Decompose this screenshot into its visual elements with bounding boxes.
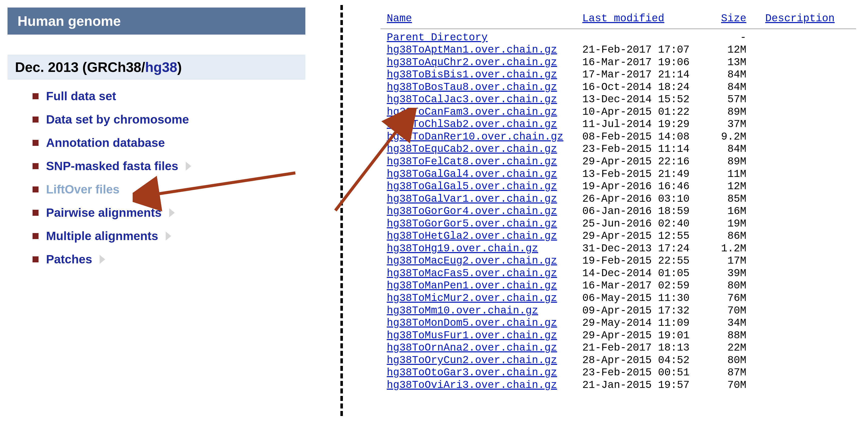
sidebar-item-label[interactable]: Data set by chromosome [46,113,189,126]
sidebar-item-snp-masked-fasta-files[interactable]: SNP-masked fasta files [33,159,305,173]
file-link[interactable]: hg38ToCalJac3.over.chain.gz [387,93,557,106]
file-row: hg38ToOrnAna2.over.chain.gz 21-Feb-2017 … [380,342,856,354]
file-row: hg38ToMusFur1.over.chain.gz 29-Apr-2015 … [380,330,856,342]
sidebar-item-pairwise-alignments[interactable]: Pairwise alignments [33,206,305,220]
file-link[interactable]: hg38ToOviAri3.over.chain.gz [387,379,557,391]
sidebar-item-label[interactable]: LiftOver files [46,183,119,196]
file-row: hg38ToMacEug2.over.chain.gz 19-Feb-2015 … [380,255,856,268]
file-meta: 31-Dec-2013 17:24 1.2M [582,243,746,255]
file-row: hg38ToGorGor4.over.chain.gz 06-Jan-2016 … [380,205,856,218]
file-row: hg38ToHg19.over.chain.gz 31-Dec-2013 17:… [380,243,856,255]
file-meta: 16-Oct-2014 18:24 84M [582,81,746,93]
file-link[interactable]: hg38ToGorGor5.over.chain.gz [387,218,557,230]
sidebar-item-data-set-by-chromosome[interactable]: Data set by chromosome [33,113,305,126]
sidebar-item-liftover-files[interactable]: LiftOver files [33,183,305,196]
file-row: hg38ToMacFas5.over.chain.gz 14-Dec-2014 … [380,268,856,280]
file-meta: 13-Feb-2015 21:49 11M [582,168,746,180]
file-link[interactable]: hg38ToManPen1.over.chain.gz [387,280,557,292]
file-meta: 23-Feb-2015 00:51 87M [582,367,746,378]
file-meta: 08-Feb-2015 14:08 9.2M [582,131,746,143]
col-description[interactable]: Description [765,12,835,25]
col-size[interactable]: Size [721,12,746,25]
file-link[interactable]: hg38ToMm10.over.chain.gz [387,305,538,317]
file-link[interactable]: hg38ToMacFas5.over.chain.gz [387,268,557,279]
sidebar: Human genome Dec. 2013 (GRCh38/hg38) Ful… [7,7,305,276]
file-row: hg38ToOviAri3.over.chain.gz 21-Jan-2015 … [380,379,856,392]
sidebar-item-full-data-set[interactable]: Full data set [33,89,305,103]
file-row: hg38ToGalVar1.over.chain.gz 26-Apr-2016 … [380,193,856,205]
file-row: hg38ToMicMur2.over.chain.gz 06-May-2015 … [380,292,856,305]
bullet-icon [33,256,38,262]
file-link[interactable]: hg38ToAptMan1.over.chain.gz [387,44,557,56]
file-link[interactable]: hg38ToChlSab2.over.chain.gz [387,118,557,130]
col-last-modified[interactable]: Last modified [582,12,664,25]
file-row: hg38ToOtoGar3.over.chain.gz 23-Feb-2015 … [380,367,856,379]
file-row: hg38ToCalJac3.over.chain.gz 13-Dec-2014 … [380,93,856,106]
file-link[interactable]: hg38ToMusFur1.over.chain.gz [387,330,557,342]
file-meta: 06-Jan-2016 18:59 16M [582,205,746,217]
file-link[interactable]: hg38ToBisBis1.over.chain.gz [387,69,557,81]
file-row: hg38ToBosTau8.over.chain.gz 16-Oct-2014 … [380,81,856,94]
sidebar-item-label[interactable]: Multiple alignments [46,229,158,243]
file-link[interactable]: hg38ToMonDom5.over.chain.gz [387,317,557,329]
subheader-prefix: Dec. 2013 (GRCh38/ [15,59,145,75]
section-header: Human genome [7,7,305,35]
file-row: hg38ToGalGal4.over.chain.gz 13-Feb-2015 … [380,168,856,181]
assembly-link[interactable]: hg38 [145,59,177,75]
file-meta: 19-Feb-2015 22:55 17M [582,255,746,267]
file-row: hg38ToEquCab2.over.chain.gz 23-Feb-2015 … [380,143,856,156]
file-link[interactable]: hg38ToBosTau8.over.chain.gz [387,81,557,93]
file-link[interactable]: hg38ToGalGal4.over.chain.gz [387,168,557,180]
sidebar-item-label[interactable]: Pairwise alignments [46,206,162,220]
file-meta: 16-Mar-2017 19:06 13M [582,56,746,68]
bullet-icon [33,163,38,169]
bullet-icon [33,210,38,216]
bullet-icon [33,140,38,146]
sidebar-item-patches[interactable]: Patches [33,252,305,266]
parent-directory-link[interactable]: Parent Directory [387,32,488,44]
sidebar-item-label[interactable]: Full data set [46,89,116,103]
file-meta: 09-Apr-2015 17:32 70M [582,305,746,317]
file-link[interactable]: hg38ToCanFam3.over.chain.gz [387,106,557,118]
file-meta: 19-Apr-2016 16:46 12M [582,180,746,193]
listing-header-row: Name Last modified Size Description [380,12,856,25]
file-meta: 29-May-2014 11:09 34M [582,317,746,329]
file-meta: 17-Mar-2017 21:14 84M [582,69,746,81]
file-link[interactable]: hg38ToEquCab2.over.chain.gz [387,143,557,155]
file-meta: 29-Apr-2015 22:16 89M [582,156,746,168]
file-meta: 21-Jan-2015 19:57 70M [582,379,746,391]
bullet-icon [33,93,38,99]
file-link[interactable]: hg38ToGorGor4.over.chain.gz [387,205,557,217]
directory-listing: Name Last modified Size Description Pare… [380,12,856,391]
sidebar-item-annotation-database[interactable]: Annotation database [33,136,305,149]
file-meta: 21-Feb-2017 18:13 22M [582,342,746,354]
file-row: hg38ToMm10.over.chain.gz 09-Apr-2015 17:… [380,305,856,317]
sidebar-item-label[interactable]: Patches [46,252,92,266]
file-link[interactable]: hg38ToOryCun2.over.chain.gz [387,354,557,366]
file-meta: 13-Dec-2014 15:52 57M [582,93,746,106]
file-link[interactable]: hg38ToMicMur2.over.chain.gz [387,292,557,304]
file-link[interactable]: hg38ToGalVar1.over.chain.gz [387,193,557,205]
file-link[interactable]: hg38ToHetGla2.over.chain.gz [387,230,557,242]
file-link[interactable]: hg38ToFelCat8.over.chain.gz [387,156,557,168]
file-row: hg38ToChlSab2.over.chain.gz 11-Jul-2014 … [380,118,856,131]
file-row: hg38ToManPen1.over.chain.gz 16-Mar-2017 … [380,280,856,292]
file-link[interactable]: hg38ToGalGal5.over.chain.gz [387,180,557,193]
file-row: hg38ToCanFam3.over.chain.gz 10-Apr-2015 … [380,106,856,118]
file-link[interactable]: hg38ToAquChr2.over.chain.gz [387,56,557,68]
sidebar-item-multiple-alignments[interactable]: Multiple alignments [33,229,305,243]
file-meta: 11-Jul-2014 19:29 37M [582,118,746,130]
file-link[interactable]: hg38ToMacEug2.over.chain.gz [387,255,557,267]
file-row: hg38ToBisBis1.over.chain.gz 17-Mar-2017 … [380,69,856,81]
sidebar-item-label[interactable]: SNP-masked fasta files [46,159,178,173]
file-link[interactable]: hg38ToHg19.over.chain.gz [387,243,538,255]
file-link[interactable]: hg38ToOrnAna2.over.chain.gz [387,342,557,354]
col-name[interactable]: Name [387,12,412,25]
file-row: hg38ToAptMan1.over.chain.gz 21-Feb-2017 … [380,44,856,56]
file-link[interactable]: hg38ToDanRer10.over.chain.gz [387,131,563,143]
file-row: hg38ToDanRer10.over.chain.gz 08-Feb-2015… [380,131,856,143]
sidebar-item-label[interactable]: Annotation database [46,136,165,149]
parent-directory-row: Parent Directory - [380,32,856,44]
file-link[interactable]: hg38ToOtoGar3.over.chain.gz [387,367,557,378]
chevron-right-icon [186,162,191,171]
